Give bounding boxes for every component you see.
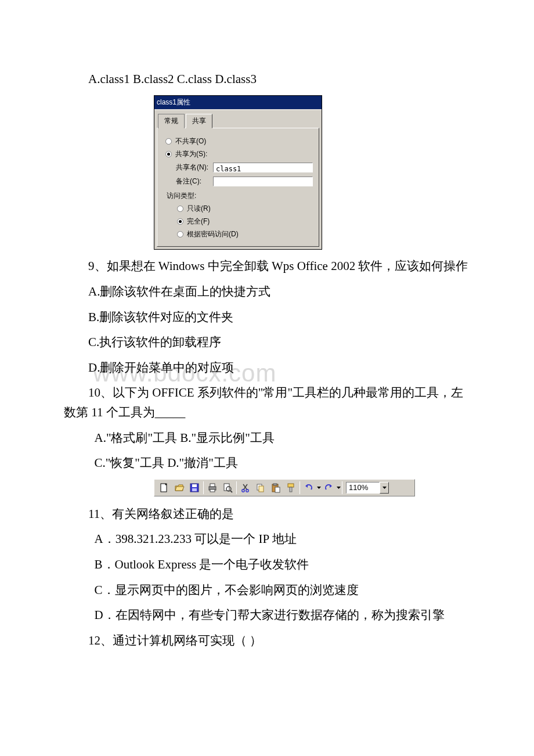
radio-not-shared[interactable] [165, 138, 172, 145]
radio-password[interactable] [177, 231, 183, 237]
redo-icon[interactable] [322, 481, 335, 495]
svg-marker-25 [337, 487, 341, 489]
q10-cd: C."恢复"工具 D."撤消"工具 [64, 453, 470, 473]
q11-stem: 11、有关网络叙述正确的是 [64, 505, 470, 524]
q8-options: A.class1 B.class2 C.class D.class3 [64, 70, 470, 89]
label-access-type: 访问类型: [167, 190, 313, 201]
q11-b: B．Outlook Express 是一个电子收发软件 [64, 555, 470, 575]
undo-icon[interactable] [302, 481, 316, 495]
radio-share-as[interactable] [165, 151, 172, 157]
zoom-input[interactable]: 110% [346, 482, 380, 494]
svg-marker-26 [383, 487, 387, 489]
svg-line-10 [230, 491, 232, 492]
share-properties-dialog: class1属性 常规 共享 不共享(O) 共享为(S): 共享名(N): cl… [154, 95, 322, 250]
toolbar-separator [203, 481, 204, 494]
svg-marker-22 [305, 484, 308, 488]
redo-dropdown[interactable] [336, 481, 341, 495]
svg-rect-16 [259, 486, 264, 492]
q11-c: C．显示网页中的图片，不会影响网页的浏览速度 [64, 581, 470, 600]
label-comment: 备注(C): [176, 176, 213, 187]
dialog-title: class1属性 [154, 96, 322, 109]
q9-d: D.删除开始菜单中的对应项 [64, 358, 470, 378]
tab-sharing[interactable]: 共享 [186, 114, 212, 128]
q11-d: D．在因特网中，有些专门帮大家进行数据存储的，称为搜索引擎 [64, 606, 470, 625]
q9-c: C.执行该软件的卸载程序 [64, 333, 470, 352]
q10-stem: 10、以下为 OFFICE 系列软件的"常用"工具栏的几种最常用的工具，左数第 … [64, 383, 470, 422]
label-full: 完全(F) [187, 216, 210, 227]
tab-general[interactable]: 常规 [158, 114, 185, 128]
label-not-shared: 不共享(O) [175, 136, 206, 147]
office-toolbar: 110% [154, 479, 415, 496]
new-icon[interactable] [157, 481, 171, 495]
open-icon[interactable] [172, 481, 186, 495]
label-share-as: 共享为(S): [175, 149, 207, 160]
q9-b: B.删除该软件对应的文件夹 [64, 308, 470, 327]
q10-ab: A."格式刷"工具 B."显示比例"工具 [64, 429, 470, 448]
copy-icon[interactable] [254, 481, 268, 495]
input-comment[interactable] [213, 177, 313, 186]
radio-full[interactable] [177, 218, 183, 225]
q9-stem: 9、如果想在 Windows 中完全卸载 Wps Office 2002 软件，… [64, 257, 470, 276]
q11-a: A．398.321.23.233 可以是一个 IP 地址 [64, 530, 470, 549]
q9-a: A.删除该软件在桌面上的快捷方式 [64, 282, 470, 302]
paste-icon[interactable] [269, 481, 283, 495]
radio-readonly[interactable] [177, 206, 183, 212]
svg-rect-7 [210, 489, 215, 492]
toolbar-separator [342, 481, 342, 494]
label-password: 根据密码访问(D) [187, 229, 239, 240]
svg-marker-23 [317, 487, 321, 489]
svg-rect-20 [288, 484, 294, 487]
input-share-name[interactable]: class1 [213, 163, 313, 172]
label-share-name: 共享名(N): [176, 162, 213, 173]
svg-rect-6 [210, 484, 215, 487]
svg-rect-19 [275, 487, 280, 492]
save-icon[interactable] [187, 481, 201, 495]
q12-stem: 12、通过计算机网络可实现（ ） [64, 631, 470, 651]
zoom-dropdown[interactable] [380, 482, 389, 494]
svg-rect-21 [290, 487, 292, 492]
svg-point-14 [246, 489, 248, 492]
svg-point-13 [242, 489, 244, 492]
svg-rect-18 [273, 484, 277, 485]
cut-icon[interactable] [239, 481, 252, 495]
label-readonly: 只读(R) [187, 203, 211, 214]
toolbar-separator [300, 481, 300, 494]
print-icon[interactable] [205, 481, 219, 495]
format-painter-icon[interactable] [284, 481, 298, 495]
svg-rect-3 [192, 484, 197, 487]
undo-dropdown[interactable] [316, 481, 321, 495]
toolbar-separator [236, 481, 237, 494]
print-preview-icon[interactable] [221, 481, 234, 495]
svg-marker-24 [330, 484, 332, 488]
svg-rect-4 [192, 488, 197, 491]
